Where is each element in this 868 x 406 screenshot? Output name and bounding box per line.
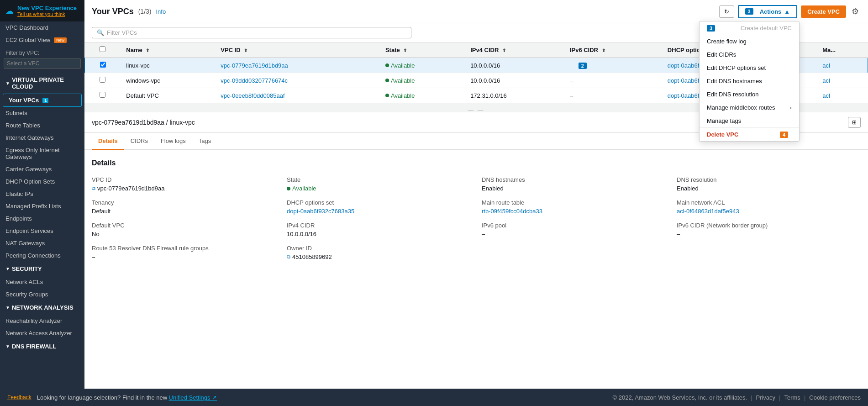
dropdown-manage-middlebox[interactable]: Manage middlebox routes › [700,101,799,114]
create-vpc-button[interactable]: Create VPC [801,5,846,18]
sidebar-item-dhcp-option-sets[interactable]: DHCP Option Sets [0,175,84,188]
footer-language-msg: Looking for language selection? Find it … [37,394,217,401]
dropdown-edit-dns-resolution[interactable]: Edit DNS resolution [700,88,799,101]
privacy-link[interactable]: Privacy [756,394,775,401]
state-label: State [287,176,471,183]
sidebar-item-ec2-global[interactable]: EC2 Global View New [0,34,84,46]
delete-vpc-label: Delete VPC [707,131,738,138]
dns-hostnames-value: Enabled [482,185,666,192]
main-acl-value[interactable]: acl-0f64863d1daf5e943 [677,208,861,215]
vpc-section-collapse[interactable]: ▼ VIRTUAL PRIVATE CLOUD [0,73,84,94]
col-ipv6-cidr[interactable]: IPv6 CIDR ⬆ [564,42,662,58]
dropdown-create-flow-log[interactable]: Create flow log [700,35,799,48]
owner-copy-icon[interactable]: ⧉ [287,254,290,260]
search-input[interactable] [107,29,406,36]
info-link[interactable]: Info [156,8,166,15]
select-all-checkbox[interactable] [100,46,105,52]
vpc-id-value: vpc-0779ea7619d1bd9aa [97,185,164,192]
col-main-route[interactable]: Ma... [817,42,868,58]
terms-link[interactable]: Terms [784,394,800,401]
row-checkbox-1[interactable] [100,62,106,68]
top-bar-left: Your VPCs (1/3) Info [92,7,166,16]
row-main-link-1[interactable]: acl [822,62,830,69]
default-vpc-label: Default VPC [92,222,276,229]
actions-button[interactable]: 3 Actions ▲ [738,5,798,18]
settings-button[interactable]: ⚙ [850,5,861,18]
row-checkbox-cell-1[interactable] [85,58,121,73]
cookie-preferences-link[interactable]: Cookie preferences [809,394,861,401]
row-checkbox-3[interactable] [100,92,105,98]
detail-settings-button[interactable]: ⊞ [848,117,861,128]
row-checkbox-2[interactable] [100,77,105,83]
sidebar-item-endpoint-services[interactable]: Endpoint Services [0,225,84,237]
tab-flow-logs[interactable]: Flow logs [154,133,192,150]
sidebar-item-network-access-analyzer[interactable]: Network Access Analyzer [0,327,84,339]
select-all-header[interactable] [85,42,121,58]
network-analysis-section-collapse[interactable]: ▼ NETWORK ANALYSIS [0,301,84,315]
unified-settings-link[interactable]: Unified Settings ↗ [169,394,217,401]
row-state-available-1: Available [385,62,459,69]
col-ipv4-cidr[interactable]: IPv4 CIDR ⬆ [465,42,564,58]
sidebar-item-network-acls[interactable]: Network ACLs [0,276,84,288]
top-bar-right: ↻ 3 Actions ▲ Create VPC ⚙ [719,5,861,18]
main-route-value[interactable]: rtb-09f459fcc04dcba33 [482,208,666,215]
sidebar-item-reachability-analyzer[interactable]: Reachability Analyzer [0,315,84,327]
dns-firewall-section-collapse[interactable]: ▼ DNS FIREWALL [0,339,84,353]
row-ipv4-1: 10.0.0.0/16 [465,58,564,73]
tab-cidrs[interactable]: CIDRs [124,133,154,150]
sidebar-item-peering-connections[interactable]: Peering Connections [0,249,84,262]
sidebar-item-route-tables[interactable]: Route Tables [0,119,84,132]
dropdown-edit-dns-hostnames[interactable]: Edit DNS hostnames [700,74,799,88]
sidebar-item-carrier-gateways[interactable]: Carrier Gateways [0,163,84,175]
sidebar-item-managed-prefix-lists[interactable]: Managed Prefix Lists [0,200,84,212]
detail-col-1: VPC ID ⧉ vpc-0779ea7619d1bd9aa Tenancy D… [92,176,276,260]
dropdown-delete-vpc[interactable]: Delete VPC 4 [700,128,799,141]
row-main-link-3[interactable]: acl [822,92,830,99]
create-flow-log-label: Create flow log [707,38,747,45]
dropdown-edit-cidrs[interactable]: Edit CIDRs [700,48,799,61]
dhcp-options-value[interactable]: dopt-0aab6f932c7683a35 [287,208,471,215]
sidebar-item-internet-gateways[interactable]: Internet Gateways [0,132,84,144]
sidebar-item-endpoints[interactable]: Endpoints [0,212,84,225]
sidebar-item-nat-gateways[interactable]: NAT Gateways [0,237,84,249]
refresh-icon: ↻ [724,8,729,15]
feedback-link[interactable]: Feedback [7,394,32,401]
copy-icon[interactable]: ⧉ [92,185,95,191]
sidebar-header-text: New VPC Experience Tell us what you thin… [17,5,77,17]
row-main-link-2[interactable]: acl [822,77,830,84]
sidebar-item-elastic-ips[interactable]: Elastic IPs [0,188,84,200]
tab-details[interactable]: Details [92,133,124,150]
col-name[interactable]: Name ⬆ [121,42,215,58]
row-vpc-id-link-1[interactable]: vpc-0779ea7619d1bd9aa [221,62,288,69]
sidebar-item-security-groups[interactable]: Security Groups [0,288,84,301]
top-bar: Your VPCs (1/3) Info ↻ 3 Actions ▲ Creat… [84,0,868,23]
row-vpc-id-link-3[interactable]: vpc-0eeeb8f0dd0085aaf [221,92,284,99]
sidebar-item-subnets[interactable]: Subnets [0,107,84,119]
row-checkbox-cell-2[interactable] [85,73,121,88]
sidebar-subtitle[interactable]: Tell us what you think [17,11,77,17]
col-vpc-id[interactable]: VPC ID ⬆ [215,42,380,58]
edit-dns-hostnames-label: Edit DNS hostnames [707,78,762,84]
col-state[interactable]: State ⬆ [380,42,465,58]
row-vpc-id-link-2[interactable]: vpc-09ddd03207776674c [221,77,288,84]
refresh-button[interactable]: ↻ [719,5,734,18]
filter-vpc-input[interactable] [4,58,81,69]
row-ipv6-2: – [564,73,662,88]
row-checkbox-cell-3[interactable] [85,88,121,103]
row-ipv4-2: 10.0.0.0/16 [465,73,564,88]
sidebar-item-egress-gateways[interactable]: Egress Only Internet Gateways [0,144,84,163]
sidebar-item-your-vpcs[interactable]: Your VPCs 1 [3,94,82,107]
ipv4-sort-icon: ⬆ [502,48,506,53]
sidebar-item-vpc-dashboard[interactable]: VPC Dashboard [0,21,84,34]
dropdown-manage-tags[interactable]: Manage tags [700,114,799,127]
dropdown-edit-dhcp[interactable]: Edit DHCP options set [700,61,799,74]
status-dot-3 [385,94,389,97]
edit-cidrs-label: Edit CIDRs [707,51,736,58]
dropdown-create-default-vpc: 3 Create default VPC [700,21,799,35]
footer-sep-2: | [779,394,780,401]
row-main-1: acl [817,58,868,73]
row-ipv6-3: – [564,88,662,103]
tab-tags[interactable]: Tags [192,133,217,150]
sidebar: ☁ New VPC Experience Tell us what you th… [0,0,84,406]
security-section-collapse[interactable]: ▼ SECURITY [0,262,84,276]
